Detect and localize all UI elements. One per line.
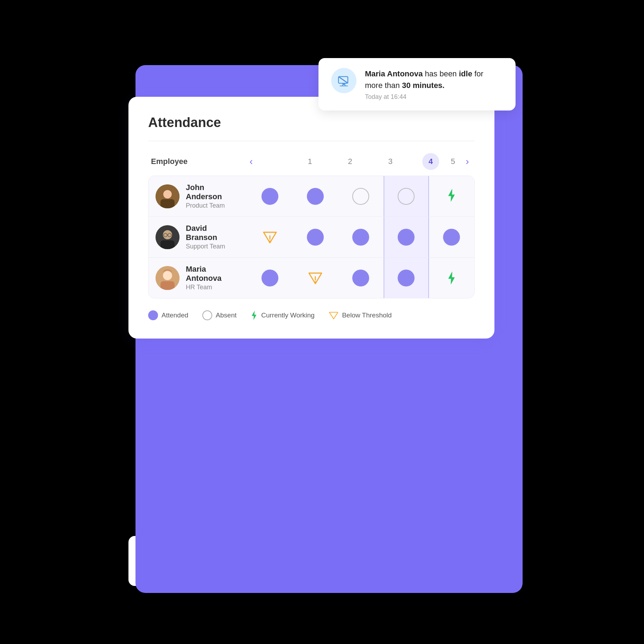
status-john-3 bbox=[338, 176, 383, 216]
status-maria-3 bbox=[338, 258, 383, 298]
avatar-john bbox=[156, 184, 179, 208]
attended-icon bbox=[352, 229, 369, 246]
col-1[interactable]: 1 bbox=[290, 157, 330, 166]
status-john-1 bbox=[247, 176, 292, 216]
attended-icon bbox=[307, 229, 324, 246]
svg-line-5 bbox=[340, 77, 347, 83]
status-maria-2 bbox=[292, 258, 338, 298]
svg-rect-14 bbox=[160, 240, 175, 249]
employee-team-david: Support Team bbox=[186, 243, 240, 250]
svg-marker-28 bbox=[449, 272, 455, 284]
legend-working-label: Currently Working bbox=[261, 311, 315, 319]
status-john-5 bbox=[429, 176, 474, 216]
svg-marker-29 bbox=[252, 311, 257, 320]
top-notification-text: Maria Antonova has been idle for more th… bbox=[365, 68, 503, 101]
top-notification-message: Maria Antonova has been idle for more th… bbox=[365, 68, 503, 91]
bolt-icon bbox=[447, 189, 456, 204]
status-david-3 bbox=[338, 217, 383, 257]
legend-absent: Absent bbox=[202, 310, 236, 320]
attended-icon bbox=[261, 270, 278, 286]
status-maria-5 bbox=[429, 258, 474, 298]
monitor-off-icon bbox=[331, 68, 356, 93]
legend-working: Currently Working bbox=[251, 310, 315, 320]
employee-team-maria: HR Team bbox=[186, 284, 240, 291]
attendance-card: Attendance Employee ‹ 1 2 3 4 5 › bbox=[128, 97, 494, 339]
col-3[interactable]: 3 bbox=[370, 157, 410, 166]
absent-icon bbox=[398, 188, 415, 205]
prev-col-button[interactable]: ‹ bbox=[250, 156, 290, 167]
avatar-maria bbox=[156, 266, 179, 290]
attended-icon bbox=[352, 270, 369, 286]
employee-info-john: John Anderson Product Team bbox=[186, 183, 240, 209]
employee-cell-david: David Branson Support Team bbox=[149, 217, 247, 257]
svg-rect-9 bbox=[160, 199, 175, 208]
status-john-4 bbox=[384, 176, 429, 216]
svg-rect-24 bbox=[160, 281, 175, 290]
status-david-4 bbox=[384, 217, 429, 257]
column-headers: Employee ‹ 1 2 3 4 5 › bbox=[148, 153, 475, 170]
employee-name-john: John Anderson bbox=[186, 183, 240, 201]
employee-name-maria: Maria Antonova bbox=[186, 265, 240, 283]
employee-name-david: David Branson bbox=[186, 224, 240, 242]
legend-empty-dot bbox=[202, 310, 212, 320]
col-5[interactable]: 5 bbox=[451, 157, 455, 166]
col-4-active[interactable]: 4 bbox=[422, 153, 439, 170]
employee-info-david: David Branson Support Team bbox=[186, 224, 240, 250]
legend-attended-label: Attended bbox=[162, 311, 188, 319]
legend-attended: Attended bbox=[148, 310, 188, 320]
legend-threshold-label: Below Threshold bbox=[342, 311, 392, 319]
attended-icon bbox=[261, 188, 278, 205]
status-david-2 bbox=[292, 217, 338, 257]
table-row: Maria Antonova HR Team bbox=[149, 258, 474, 298]
attended-icon bbox=[443, 229, 460, 246]
divider bbox=[148, 141, 475, 141]
status-maria-1 bbox=[247, 258, 292, 298]
attended-icon bbox=[307, 188, 324, 205]
employee-info-maria: Maria Antonova HR Team bbox=[186, 265, 240, 291]
svg-point-27 bbox=[315, 281, 316, 283]
svg-point-12 bbox=[163, 230, 172, 239]
legend-threshold: Below Threshold bbox=[329, 311, 392, 320]
attendance-title: Attendance bbox=[148, 115, 475, 130]
avatar-david bbox=[156, 225, 179, 249]
employee-cell-john: John Anderson Product Team bbox=[149, 176, 247, 216]
employee-cell-maria: Maria Antonova HR Team bbox=[149, 258, 247, 298]
legend-bolt-icon bbox=[251, 310, 258, 320]
col-2[interactable]: 2 bbox=[330, 157, 370, 166]
table-row: David Branson Support Team bbox=[149, 217, 474, 258]
svg-point-20 bbox=[269, 240, 271, 242]
status-maria-4 bbox=[384, 258, 429, 298]
legend-filled-dot bbox=[148, 310, 158, 320]
legend-triangle-icon bbox=[329, 311, 339, 320]
status-david-5 bbox=[429, 217, 474, 257]
top-notification-time: Today at 16:44 bbox=[365, 93, 503, 101]
svg-marker-10 bbox=[449, 189, 455, 201]
status-david-1 bbox=[247, 217, 292, 257]
attended-icon bbox=[398, 270, 415, 286]
attendance-table: John Anderson Product Team bbox=[148, 176, 475, 298]
svg-point-7 bbox=[163, 190, 172, 198]
attended-icon bbox=[398, 229, 415, 246]
employee-column-label: Employee bbox=[151, 157, 250, 166]
next-col-button[interactable]: › bbox=[466, 156, 469, 167]
svg-marker-30 bbox=[329, 312, 338, 319]
legend: Attended Absent Currently Working Below … bbox=[148, 310, 475, 320]
status-john-2 bbox=[292, 176, 338, 216]
svg-point-22 bbox=[163, 271, 172, 280]
employee-team-john: Product Team bbox=[186, 202, 240, 209]
legend-absent-label: Absent bbox=[216, 311, 236, 319]
top-notification-card: Maria Antonova has been idle for more th… bbox=[318, 58, 516, 111]
absent-icon bbox=[352, 188, 369, 205]
table-row: John Anderson Product Team bbox=[149, 176, 474, 217]
